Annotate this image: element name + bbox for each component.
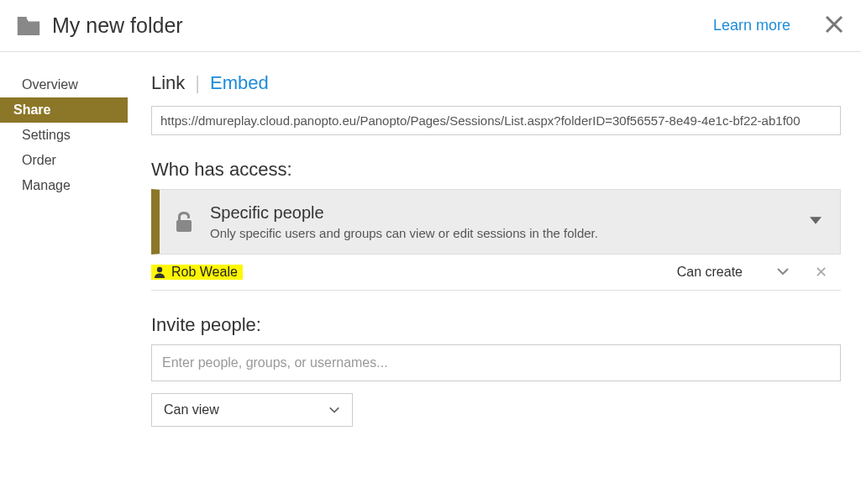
folder-icon (17, 17, 40, 35)
user-highlight: Rob Weale (151, 265, 243, 280)
svg-rect-2 (176, 220, 192, 232)
access-level-selector[interactable]: Specific people Only specific users and … (151, 189, 841, 255)
chevron-down-icon (776, 265, 790, 278)
access-description: Only specific users and groups can view … (210, 226, 598, 240)
sidebar-item-settings[interactable]: Settings (13, 123, 143, 148)
sidebar-item-order[interactable]: Order (13, 148, 143, 173)
access-text: Specific people Only specific users and … (210, 203, 598, 240)
share-tabs: Link | Embed (151, 72, 841, 94)
user-permission-dropdown[interactable] (776, 265, 790, 281)
sidebar-nav: Overview Share Settings Order Manage (0, 52, 143, 427)
page-title: My new folder (52, 13, 183, 38)
who-has-access-heading: Who has access: (151, 159, 841, 181)
user-name: Rob Weale (171, 265, 238, 280)
access-title: Specific people (210, 203, 598, 223)
chevron-down-icon (810, 215, 822, 229)
close-button[interactable] (824, 14, 844, 37)
main-panel: Link | Embed Who has access: Specific pe… (143, 52, 861, 427)
invite-people-heading: Invite people: (151, 314, 841, 336)
share-url-input[interactable] (151, 106, 841, 135)
invite-permission-value: Can view (164, 402, 219, 417)
dialog-header: My new folder Learn more (0, 0, 861, 52)
chevron-down-icon (328, 404, 340, 416)
user-icon (153, 265, 166, 279)
sidebar-item-share[interactable]: Share (0, 97, 128, 123)
sidebar-item-manage[interactable]: Manage (13, 173, 143, 198)
invite-people-input[interactable] (151, 344, 841, 381)
tab-separator: | (195, 72, 200, 94)
svg-point-3 (157, 267, 162, 272)
invite-permission-select[interactable]: Can view (151, 393, 353, 427)
access-user-row: Rob Weale Can create ✕ (151, 255, 841, 291)
remove-user-button[interactable]: ✕ (815, 263, 827, 281)
sidebar-item-overview[interactable]: Overview (13, 72, 143, 97)
lock-icon (175, 210, 193, 234)
close-icon (824, 14, 844, 34)
user-permission-label[interactable]: Can create (677, 265, 743, 280)
learn-more-link[interactable]: Learn more (713, 17, 790, 34)
tab-embed[interactable]: Embed (210, 72, 269, 94)
tab-link[interactable]: Link (151, 72, 185, 94)
